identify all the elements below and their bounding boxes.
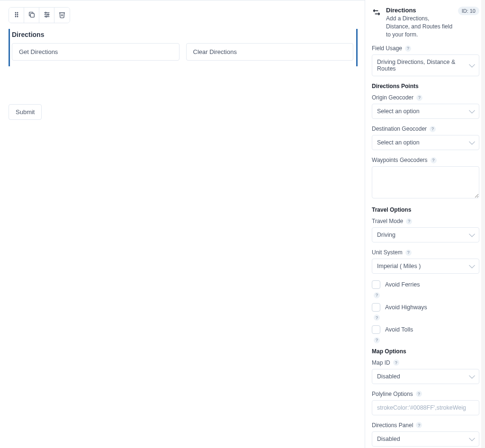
svg-point-11 — [47, 14, 49, 15]
destination-geocoder-label: Destination Geocoder — [372, 125, 427, 132]
help-icon[interactable]: ? — [416, 391, 422, 397]
field-usage-group: Field Usage ? Driving Directions, Distan… — [372, 45, 479, 76]
field-buttons-row: Get Directions Clear Directions — [10, 43, 356, 66]
origin-geocoder-label: Origin Geocoder — [372, 94, 413, 101]
field-label: Directions — [10, 31, 356, 43]
directions-panel-select[interactable]: Disabled — [372, 431, 479, 447]
sliders-icon — [43, 11, 51, 20]
travel-options-section: Travel Options — [372, 206, 479, 213]
sidebar-title: Directions — [386, 7, 453, 14]
travel-mode-value: Driving — [377, 232, 395, 238]
drag-icon — [13, 11, 20, 20]
map-id-group: Map ID ? Disabled — [372, 359, 479, 384]
duplicate-button[interactable] — [24, 8, 39, 23]
help-icon[interactable]: ? — [431, 157, 437, 163]
help-icon[interactable]: ? — [374, 292, 380, 298]
avoid-ferries-group: Avoid Ferries ? — [372, 280, 479, 298]
unit-system-value: Imperial ( Miles ) — [377, 263, 421, 269]
directions-field-block[interactable]: Directions Get Directions Clear Directio… — [9, 29, 356, 66]
travel-mode-select[interactable]: Driving — [372, 227, 479, 242]
field-usage-label: Field Usage — [372, 45, 402, 52]
polyline-options-input[interactable] — [372, 400, 479, 415]
directions-panel-value: Disabled — [377, 436, 400, 442]
trash-icon — [58, 11, 66, 20]
avoid-highways-group: Avoid Highways ? — [372, 303, 479, 321]
polyline-options-group: Polyline Options ? — [372, 391, 479, 415]
destination-geocoder-select[interactable]: Select an option — [372, 135, 479, 150]
origin-geocoder-group: Origin Geocoder ? Select an option — [372, 94, 479, 119]
help-icon[interactable]: ? — [406, 218, 412, 224]
help-icon[interactable]: ? — [374, 314, 380, 321]
help-icon[interactable]: ? — [374, 337, 380, 343]
avoid-tolls-group: Avoid Tolls ? — [372, 325, 479, 343]
directions-icon — [372, 8, 381, 17]
avoid-highways-checkbox[interactable] — [372, 303, 380, 312]
avoid-tolls-label: Avoid Tolls — [385, 326, 413, 333]
origin-geocoder-value: Select an option — [377, 108, 420, 115]
waypoints-geocoders-textarea[interactable] — [372, 166, 479, 198]
duplicate-icon — [28, 11, 36, 20]
get-directions-button[interactable]: Get Directions — [12, 43, 180, 61]
directions-points-section: Directions Points — [372, 83, 479, 90]
directions-panel-label: Directions Panel — [372, 422, 413, 429]
directions-panel-group: Directions Panel ? Disabled — [372, 422, 479, 447]
unit-system-group: Unit System ? Imperial ( Miles ) — [372, 249, 479, 274]
field-usage-select[interactable]: Driving Directions, Distance & Routes — [372, 54, 479, 76]
toolbar-group — [9, 7, 70, 23]
avoid-ferries-label: Avoid Ferries — [385, 281, 420, 288]
avoid-ferries-checkbox[interactable] — [372, 280, 380, 289]
svg-point-10 — [45, 12, 46, 13]
svg-point-5 — [17, 16, 18, 17]
polyline-options-label: Polyline Options — [372, 391, 413, 397]
svg-point-2 — [15, 14, 16, 15]
unit-system-select[interactable]: Imperial ( Miles ) — [372, 259, 479, 274]
submit-row: Submit — [9, 104, 365, 120]
sidebar-header: Directions Add a Directions, Distance, a… — [372, 7, 479, 38]
help-icon[interactable]: ? — [405, 45, 411, 52]
svg-rect-6 — [30, 13, 34, 17]
svg-point-1 — [17, 12, 18, 13]
help-icon[interactable]: ? — [405, 250, 412, 256]
map-id-select[interactable]: Disabled — [372, 369, 479, 384]
svg-point-3 — [17, 14, 18, 15]
map-id-value: Disabled — [377, 373, 400, 380]
help-icon[interactable]: ? — [393, 359, 399, 366]
destination-geocoder-group: Destination Geocoder ? Select an option — [372, 125, 479, 150]
drag-handle-button[interactable] — [9, 8, 24, 23]
clear-directions-button[interactable]: Clear Directions — [186, 43, 354, 61]
settings-button[interactable] — [39, 8, 54, 23]
field-usage-value: Driving Directions, Distance & Routes — [377, 59, 466, 72]
help-icon[interactable]: ? — [416, 422, 422, 428]
submit-button[interactable]: Submit — [9, 104, 42, 120]
avoid-tolls-checkbox[interactable] — [372, 325, 380, 334]
waypoints-geocoders-label: Waypoints Geocoders — [372, 157, 428, 163]
avoid-highways-label: Avoid Highways — [385, 304, 427, 311]
field-id-badge: ID: 10 — [458, 7, 479, 15]
field-toolbar — [9, 7, 365, 23]
origin-geocoder-select[interactable]: Select an option — [372, 104, 479, 119]
waypoints-geocoders-group: Waypoints Geocoders ? — [372, 157, 479, 200]
svg-point-12 — [45, 16, 47, 17]
form-canvas: Directions Get Directions Clear Directio… — [0, 0, 365, 448]
map-options-section: Map Options — [372, 348, 479, 355]
destination-geocoder-value: Select an option — [377, 139, 420, 146]
unit-system-label: Unit System — [372, 249, 403, 256]
properties-sidebar: Directions Add a Directions, Distance, a… — [365, 0, 485, 448]
delete-button[interactable] — [54, 8, 70, 23]
scrollbar-track[interactable] — [481, 0, 485, 448]
svg-point-0 — [15, 12, 16, 13]
help-icon[interactable]: ? — [416, 95, 422, 101]
travel-mode-group: Travel Mode ? Driving — [372, 218, 479, 242]
svg-point-4 — [15, 16, 16, 17]
sidebar-description: Add a Directions, Distance, and Routes f… — [386, 15, 453, 38]
map-id-label: Map ID — [372, 359, 390, 366]
help-icon[interactable]: ? — [430, 126, 436, 132]
travel-mode-label: Travel Mode — [372, 218, 403, 224]
